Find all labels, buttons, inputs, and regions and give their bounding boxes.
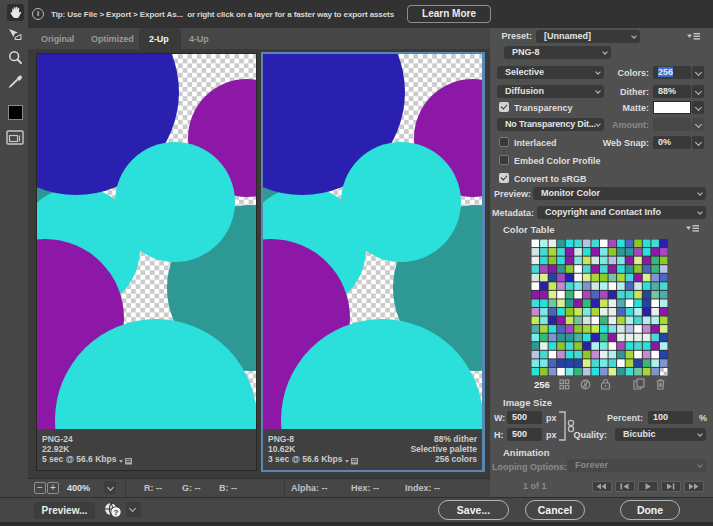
svg-text:?: ? — [114, 508, 119, 517]
